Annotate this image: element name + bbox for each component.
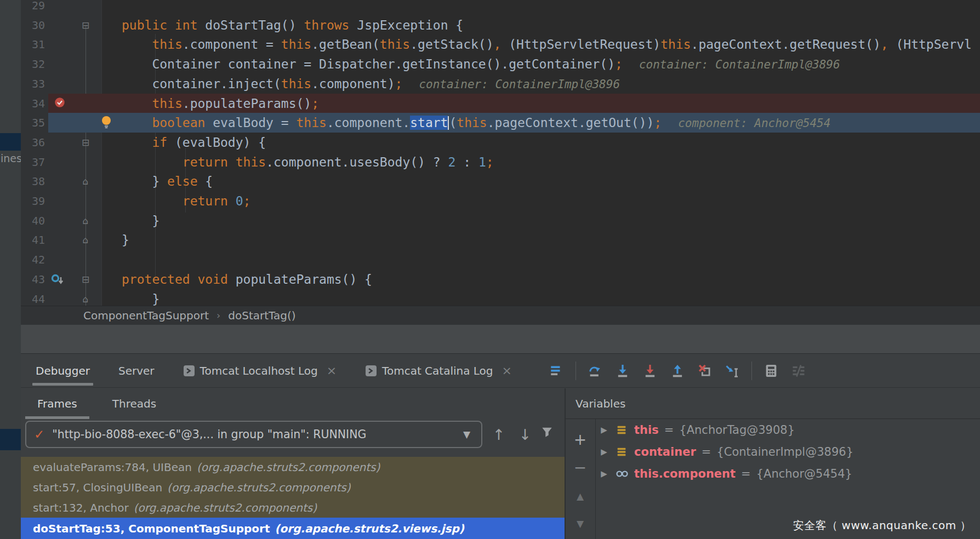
expand-arrow-icon[interactable]: ▶ bbox=[597, 447, 611, 457]
move-down-button[interactable]: ▼ bbox=[566, 513, 595, 535]
code-line-37[interactable]: 37return this.component.usesBody() ? 2 :… bbox=[21, 152, 980, 172]
tool-tab-tomcat-catalina-log[interactable]: Tomcat Catalina Log× bbox=[365, 354, 512, 387]
line-highlight bbox=[48, 230, 980, 250]
code-token: this bbox=[281, 77, 311, 91]
fold-close-marker[interactable]: ⌂ bbox=[78, 211, 93, 231]
debug-tool-window: DebuggerServerTomcat Localhost Log×Tomca… bbox=[21, 353, 980, 539]
thread-dropdown[interactable]: ✓ "http-bio-8088-exec-6"@3,... in group … bbox=[25, 421, 482, 448]
add-button[interactable]: + bbox=[566, 429, 595, 451]
close-icon[interactable]: × bbox=[327, 365, 337, 376]
variable-value: {AnchorTag@3908} bbox=[679, 423, 795, 437]
debugger-inline-hint: container: ContainerImpl@3896 bbox=[419, 78, 620, 91]
fold-open-marker[interactable]: ⊟ bbox=[78, 15, 93, 35]
toolbar-separator bbox=[576, 362, 576, 380]
editor-toolwindow-splitter[interactable] bbox=[21, 324, 980, 354]
variable-row[interactable]: ▶container={ContainerImpl@3896} bbox=[595, 441, 980, 463]
fold-open-marker[interactable]: ⊟ bbox=[78, 270, 93, 289]
code-line-41[interactable]: 41⌂} bbox=[21, 230, 980, 250]
fold-close-marker[interactable]: ⌂ bbox=[78, 289, 93, 306]
code-text: Container container = Dispatcher.getInst… bbox=[152, 54, 840, 74]
stack-frame-row[interactable]: evaluateParams:784, UIBean(org.apache.st… bbox=[21, 457, 565, 477]
line-number: 30 bbox=[25, 15, 45, 35]
code-line-42[interactable]: 42 bbox=[21, 250, 980, 270]
code-line-38[interactable]: 38⌂} else { bbox=[21, 171, 980, 191]
frame-location: doStartTag:53, ComponentTagSupport bbox=[33, 522, 270, 535]
variables-header: Variables bbox=[566, 388, 980, 419]
thread-selector-row: ✓ "http-bio-8088-exec-6"@3,... in group … bbox=[21, 419, 565, 455]
code-token: return bbox=[183, 194, 228, 208]
code-line-44[interactable]: 44⌂} bbox=[21, 289, 980, 306]
run-to-cursor-icon[interactable] bbox=[725, 363, 740, 379]
code-line-36[interactable]: 36⊟if (evalBody) { bbox=[21, 133, 980, 152]
stack-frames-list: evaluateParams:784, UIBean(org.apache.st… bbox=[21, 457, 565, 539]
code-token: 2 bbox=[448, 155, 455, 169]
code-token: } bbox=[122, 233, 129, 247]
filter-icon[interactable] bbox=[540, 426, 554, 439]
remove-button[interactable]: − bbox=[566, 457, 595, 479]
variables-side-toolbar: +−▲▼ bbox=[566, 419, 596, 539]
breadcrumb-method[interactable]: doStartTag() bbox=[228, 309, 295, 322]
override-method-icon[interactable] bbox=[50, 273, 65, 286]
frame-location: start:57, ClosingUIBean bbox=[33, 481, 162, 494]
breakpoint-icon[interactable] bbox=[54, 96, 66, 108]
stack-frame-row[interactable]: start:57, ClosingUIBean(org.apache.strut… bbox=[21, 477, 565, 497]
line-highlight bbox=[48, 250, 980, 270]
evaluate-expression-icon[interactable] bbox=[764, 363, 779, 379]
code-token: .component) bbox=[311, 77, 395, 91]
expand-arrow-icon[interactable]: ▶ bbox=[597, 469, 611, 479]
drop-frame-icon[interactable] bbox=[697, 363, 713, 379]
debugger-toolbar bbox=[543, 354, 812, 388]
tool-tab-server[interactable]: Server bbox=[118, 354, 155, 387]
breadcrumb-class[interactable]: ComponentTagSupport bbox=[83, 309, 209, 322]
expand-arrow-icon[interactable]: ▶ bbox=[597, 425, 611, 435]
code-line-39[interactable]: 39return 0; bbox=[21, 191, 980, 211]
stack-frame-row[interactable]: start:132, Anchor(org.apache.struts2.com… bbox=[21, 497, 565, 518]
code-line-33[interactable]: 33container.inject(this.component);conta… bbox=[21, 74, 980, 94]
frame-up-button[interactable]: ↑ bbox=[488, 423, 510, 445]
step-over-icon[interactable] bbox=[588, 363, 603, 379]
show-execution-point-icon[interactable] bbox=[549, 363, 564, 379]
code-token: if bbox=[152, 135, 167, 150]
code-line-30[interactable]: 30⊟public int doStartTag() throws JspExc… bbox=[21, 15, 980, 35]
code-line-29[interactable]: 29 bbox=[21, 0, 980, 15]
tab-threads[interactable]: Threads bbox=[112, 388, 156, 419]
thread-dropdown-value: "http-bio-8088-exec-6"@3,... in group "m… bbox=[52, 428, 457, 441]
stack-frame-row[interactable]: doStartTag:53, ComponentTagSupport(org.a… bbox=[21, 518, 565, 539]
fold-close-marker[interactable]: ⌂ bbox=[78, 230, 93, 250]
code-token: .component.usesBody() ? bbox=[266, 155, 448, 169]
frame-down-button[interactable]: ↓ bbox=[514, 423, 536, 445]
code-line-35[interactable]: 35boolean evalBody = this.component.star… bbox=[21, 113, 980, 133]
code-editor[interactable]: 2930⊟public int doStartTag() throws JspE… bbox=[21, 0, 980, 306]
variable-row[interactable]: ▶this={AnchorTag@3908} bbox=[595, 419, 980, 441]
code-token: 1 bbox=[478, 155, 486, 169]
tab-frames[interactable]: Frames bbox=[37, 388, 77, 419]
code-line-31[interactable]: 31this.component = this.getBean(this.get… bbox=[21, 35, 980, 54]
code-line-43[interactable]: 43⊟protected void populateParams() { bbox=[21, 270, 980, 289]
selected-word: start bbox=[410, 116, 448, 130]
code-line-32[interactable]: 32Container container = Dispatcher.getIn… bbox=[21, 54, 980, 74]
tool-tab-debugger[interactable]: Debugger bbox=[36, 354, 90, 387]
tool-window-tab-bar: DebuggerServerTomcat Localhost Log×Tomca… bbox=[21, 354, 980, 388]
force-step-into-icon[interactable] bbox=[642, 363, 658, 379]
code-line-40[interactable]: 40⌂} bbox=[21, 211, 980, 231]
thread-status-icon: ✓ bbox=[34, 427, 44, 441]
trace-stream-icon[interactable] bbox=[791, 363, 806, 379]
tool-tab-tomcat-localhost-log[interactable]: Tomcat Localhost Log× bbox=[183, 354, 337, 387]
move-up-button[interactable]: ▲ bbox=[566, 485, 595, 507]
line-number: 41 bbox=[25, 230, 45, 250]
code-token: , bbox=[494, 37, 509, 51]
variable-row[interactable]: ▶this.component={Anchor@5454} bbox=[595, 463, 980, 485]
code-text: this.component = this.getBean(this.getSt… bbox=[152, 35, 972, 54]
code-line-34[interactable]: 34this.populateParams(); bbox=[21, 94, 980, 113]
step-out-icon[interactable] bbox=[670, 363, 685, 379]
code-token: doStartTag() bbox=[198, 18, 304, 32]
intention-bulb-icon[interactable] bbox=[100, 115, 113, 129]
code-token: this bbox=[281, 37, 311, 51]
line-number: 35 bbox=[25, 113, 45, 133]
variable-value: {ContainerImpl@3896} bbox=[716, 445, 853, 458]
fold-close-marker[interactable]: ⌂ bbox=[78, 171, 93, 191]
close-icon[interactable]: × bbox=[502, 365, 512, 376]
step-into-icon[interactable] bbox=[615, 363, 630, 379]
fold-open-marker[interactable]: ⊟ bbox=[78, 133, 93, 152]
line-number: 38 bbox=[25, 171, 45, 191]
